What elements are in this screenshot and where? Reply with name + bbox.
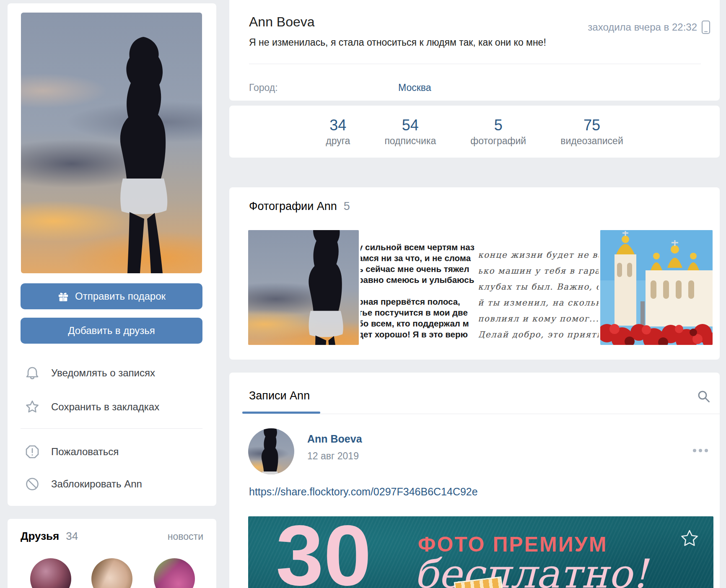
city-link[interactable]: Москва <box>398 82 431 93</box>
counter-label: фотографий <box>470 135 526 147</box>
wall-card: Записи Ann Ann Boeva 12 авг 2019 https:/… <box>229 373 720 588</box>
counter-label: друга <box>326 135 350 147</box>
friends-card: Друзья 34 новости <box>8 519 216 588</box>
star-outline-icon <box>680 529 699 548</box>
notify-posts-action[interactable]: Уведомлять о записях <box>24 363 155 383</box>
bell-icon <box>24 365 40 381</box>
report-icon <box>24 444 40 460</box>
vk-profile-page: Отправить подарок Добавить в друзья Увед… <box>0 0 726 588</box>
search-icon[interactable] <box>697 390 710 403</box>
photo-silhouette <box>248 230 359 345</box>
header-divider <box>249 64 701 64</box>
post-date-link[interactable]: 12 авг 2019 <box>307 451 359 462</box>
profile-header-card: Ann Boeva заходила вчера в 22:32 Я не из… <box>229 0 720 101</box>
photo-thumbnail-church[interactable] <box>600 230 713 345</box>
post-banner-image[interactable]: 30 ФОТО ПРЕМИУМ бесплатно! <box>248 516 713 588</box>
friends-count: 34 <box>66 530 78 543</box>
notify-posts-label: Уведомлять о записях <box>51 367 155 379</box>
wall-header-divider <box>242 414 720 414</box>
post-author-link[interactable]: Ann Boeva <box>307 433 362 445</box>
quote-script-text: конце жизни будет не важ ько машин у теб… <box>479 230 599 342</box>
photos-card: Фотографии Ann 5 у сильной всем чертям н… <box>229 187 720 360</box>
friends-header: Друзья 34 новости <box>21 530 203 543</box>
counter-label: видеозаписей <box>560 135 623 147</box>
friend-avatar[interactable] <box>30 558 71 588</box>
block-icon <box>24 476 40 492</box>
block-user-label: Заблокировать Ann <box>51 478 142 490</box>
banner-subtitle: бесплатно! <box>414 551 648 588</box>
tab-wall-posts[interactable]: Записи Ann <box>249 389 310 402</box>
phone-icon <box>701 20 710 34</box>
photo-thumbnail-silhouette[interactable] <box>248 230 359 345</box>
sidebar-divider <box>21 428 202 429</box>
counter-value: 34 <box>329 117 346 134</box>
send-gift-label: Отправить подарок <box>75 290 166 302</box>
last-seen-text: заходила вчера в 22:32 <box>588 21 697 33</box>
photos-row: у сильной всем чертям наз амся ни за что… <box>248 230 713 345</box>
page-title: Ann Boeva <box>249 14 315 30</box>
counter-value: 5 <box>494 117 503 134</box>
gift-icon <box>57 290 69 302</box>
quote-bold-text: у сильной всем чертям наз амся ни за что… <box>360 230 477 340</box>
friends-title-link[interactable]: Друзья <box>21 530 59 543</box>
friend-avatar[interactable] <box>91 558 132 588</box>
report-label: Пожаловаться <box>51 446 119 458</box>
counter-followers[interactable]: 54 подписчика <box>381 117 439 147</box>
photos-count: 5 <box>344 200 350 213</box>
city-label: Город: <box>249 82 278 93</box>
photos-title[interactable]: Фотографии Ann <box>249 200 337 213</box>
save-bookmarks-action[interactable]: Сохранить в закладках <box>24 397 159 417</box>
counter-videos[interactable]: 75 видеозаписей <box>557 117 627 147</box>
friend-avatar[interactable] <box>154 558 195 588</box>
report-action[interactable]: Пожаловаться <box>24 442 119 461</box>
add-friend-button[interactable]: Добавить в друзья <box>21 318 202 344</box>
save-bookmarks-label: Сохранить в закладках <box>51 401 159 413</box>
post-author-avatar[interactable] <box>248 428 294 474</box>
photo-thumbnail-quote-script[interactable]: конце жизни будет не важ ько машин у теб… <box>479 230 599 345</box>
counter-value: 75 <box>583 117 600 134</box>
counter-photos[interactable]: 5 фотографий <box>467 117 529 147</box>
profile-photo[interactable] <box>21 13 202 273</box>
post-link[interactable]: https://share.flocktory.com/0297F346B6C1… <box>249 486 478 498</box>
status-text[interactable]: Я не изменилась, я стала относиться к лю… <box>249 37 546 48</box>
counter-value: 54 <box>402 117 419 134</box>
profile-photo-silhouette <box>21 13 202 273</box>
photos-header: Фотографии Ann 5 <box>249 200 350 213</box>
church-photo <box>600 230 713 345</box>
block-user-action[interactable]: Заблокировать Ann <box>24 474 142 494</box>
counters-card: 34 друга 54 подписчика 5 фотографий 75 в… <box>229 106 720 158</box>
add-friend-label: Добавить в друзья <box>68 325 155 337</box>
friends-news-link[interactable]: новости <box>168 531 203 542</box>
counter-label: подписчика <box>384 135 436 147</box>
send-gift-button[interactable]: Отправить подарок <box>21 283 202 309</box>
counter-friends[interactable]: 34 друга <box>322 117 353 147</box>
ellipsis-icon[interactable] <box>693 449 708 452</box>
star-icon <box>24 399 40 415</box>
last-seen: заходила вчера в 22:32 <box>588 20 710 34</box>
post-avatar-silhouette <box>248 428 294 474</box>
photo-thumbnail-quote-bold[interactable]: у сильной всем чертям наз амся ни за что… <box>360 230 477 345</box>
profile-sidebar-card: Отправить подарок Добавить в друзья Увед… <box>8 3 216 506</box>
banner-number: 30 <box>276 516 371 588</box>
